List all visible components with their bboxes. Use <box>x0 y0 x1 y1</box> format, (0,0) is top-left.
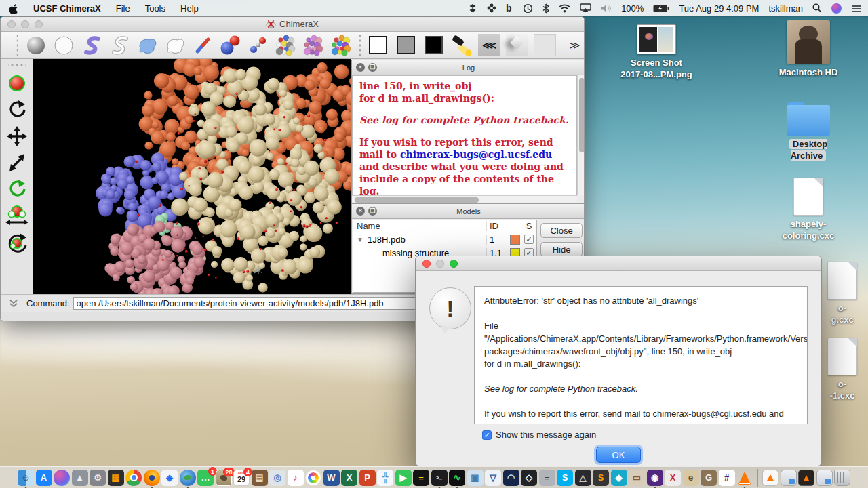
dock-item-trash[interactable] <box>834 470 850 486</box>
dock-item-launchpad[interactable]: ▲ <box>72 470 88 486</box>
dock-item-preview[interactable]: ◎ <box>269 470 285 486</box>
mouse-mode-spin-button[interactable] <box>5 178 28 201</box>
dock-item-navy-app[interactable]: ◠ <box>503 470 519 486</box>
bg-gray-button[interactable] <box>395 33 417 57</box>
dock-item-slack[interactable]: # <box>719 470 735 486</box>
ribbon-outline-button[interactable] <box>108 33 130 57</box>
ribbon-purple-button[interactable] <box>80 33 102 57</box>
dock-item-vlc[interactable] <box>736 470 753 486</box>
bug-report-mail-link[interactable]: chimerax-bugs@cgl.ucsf.edu <box>400 149 552 160</box>
dock-item-word[interactable]: W <box>323 470 340 486</box>
dock-item-minimized-doc-vlc[interactable] <box>762 470 778 486</box>
mouse-mode-translate-button[interactable] <box>5 125 28 148</box>
lighting-flat-button[interactable] <box>534 33 556 57</box>
mouse-mode-translate-selected-button[interactable] <box>5 204 28 227</box>
time-machine-icon[interactable] <box>523 3 533 14</box>
dock-item-google-earth[interactable] <box>180 470 196 486</box>
dock-item-terminal[interactable]: >_ <box>431 470 448 486</box>
overflow-button[interactable]: ≫ <box>561 33 584 57</box>
dock-item-pyramid-app[interactable]: △ <box>575 470 591 486</box>
zoom-window-button[interactable] <box>35 20 43 28</box>
menu-file[interactable]: File <box>116 3 130 14</box>
models-close-button[interactable]: Close <box>540 223 583 238</box>
cluster-element-button[interactable] <box>275 33 297 57</box>
apple-menu-icon[interactable] <box>9 3 20 14</box>
dock-item-virtualbox[interactable]: ▽ <box>485 470 501 486</box>
dock-item-siri[interactable] <box>54 470 70 486</box>
dock-item-tableau[interactable]: ╬ <box>377 470 393 486</box>
minimize-window-button[interactable] <box>21 20 29 28</box>
desktop-icon-screenshot-file[interactable]: Screen Shot2017-08...PM.png <box>616 24 697 81</box>
ball-stick-small-button[interactable] <box>247 33 269 57</box>
menu-clock[interactable]: Tue Aug 29 4:09 PM <box>679 3 759 14</box>
dock-item-finder[interactable]: ☺ <box>18 470 34 486</box>
ok-button[interactable]: OK <box>596 447 641 463</box>
models-titlebar[interactable]: × ❐ Models <box>352 204 585 219</box>
dock-item-photos-app[interactable]: 28 <box>216 470 232 486</box>
dock-item-sublime-text[interactable]: S <box>593 470 609 486</box>
dialog-close-button[interactable] <box>422 260 431 268</box>
log-vertical-scrollbar[interactable] <box>577 75 585 195</box>
menu-help[interactable]: Help <box>180 3 199 14</box>
cluster-rainbow-button[interactable] <box>330 33 353 57</box>
dock-item-messages[interactable]: …1 <box>197 470 214 486</box>
graphics-viewport[interactable] <box>33 59 351 294</box>
dock-item-chimerax-app[interactable]: X <box>665 470 681 486</box>
log-close-icon[interactable]: × <box>356 63 365 72</box>
dock-item-unity[interactable]: ◇ <box>521 470 537 486</box>
model-color-swatch[interactable] <box>510 235 520 245</box>
dialog-titlebar[interactable] <box>416 256 821 271</box>
dock-item-gimp[interactable]: G <box>701 470 717 486</box>
surface-outline-button[interactable] <box>163 33 186 57</box>
bing-icon[interactable]: b <box>506 3 513 13</box>
model-row[interactable]: ▼1J8H.pdb1✓ <box>353 232 536 246</box>
airplay-icon[interactable] <box>580 3 591 13</box>
dock-item-chrome[interactable] <box>125 470 142 486</box>
log-content[interactable]: line 150, in write_obj for d in m.all_dr… <box>352 75 577 195</box>
lighting-spotlight-button[interactable] <box>450 33 473 57</box>
notification-center-icon[interactable] <box>851 4 861 13</box>
dock-item-github[interactable]: ◉ <box>647 470 663 486</box>
sphere-gray-button[interactable] <box>25 33 47 57</box>
dock-item-teal-app[interactable]: ◆ <box>611 470 627 486</box>
bluetooth-icon[interactable] <box>542 3 549 14</box>
surface-blue-button[interactable] <box>136 33 158 57</box>
volume-icon[interactable] <box>601 4 612 13</box>
dock-item-excel[interactable]: X <box>341 470 357 486</box>
dock-item-facetime[interactable]: ▶ <box>395 470 412 486</box>
dock-item-safari[interactable]: ◈ <box>161 470 178 486</box>
ball-stick-button[interactable] <box>219 33 241 57</box>
dock-item-marni-app[interactable]: ≡ <box>413 470 429 486</box>
close-window-button[interactable] <box>7 20 16 28</box>
dock-item-minimized-movie[interactable] <box>798 470 814 486</box>
dock-item-calendar[interactable]: AUG294 <box>233 470 250 486</box>
dock-item-minimized-window-2[interactable] <box>816 470 833 486</box>
dock-item-photos[interactable] <box>305 470 321 486</box>
lighting-soft-button[interactable]: ⋘ <box>478 33 500 57</box>
models-float-icon[interactable]: ❐ <box>368 207 377 216</box>
dock-item-database-app[interactable]: ≡ <box>539 470 555 486</box>
menu-user[interactable]: tskillman <box>768 3 803 14</box>
dock-item-powerpoint[interactable]: P <box>359 470 376 486</box>
stick-button[interactable] <box>191 33 214 57</box>
log-horizontal-scrollbar[interactable] <box>352 195 577 203</box>
cluster-pink-button[interactable] <box>302 33 325 57</box>
wifi-icon[interactable] <box>559 4 570 13</box>
dock-item-itunes[interactable]: ♪ <box>288 470 304 486</box>
dock-item-3d-viewer[interactable]: ▣ <box>467 470 484 486</box>
dock-item-skype[interactable]: S <box>557 470 573 486</box>
log-float-icon[interactable]: ❐ <box>368 63 377 72</box>
dock-item-emule[interactable]: e <box>683 470 699 486</box>
dialog-zoom-button[interactable] <box>450 260 458 268</box>
dock-item-minimized-window-1[interactable] <box>781 470 797 486</box>
mouse-mode-rotate-button[interactable] <box>5 98 28 121</box>
models-hide-button[interactable]: Hide <box>540 242 583 257</box>
dropbox-icon[interactable] <box>468 3 477 13</box>
desktop-icon-shapely-coloring-file[interactable]: shapely-coloring.cxc <box>777 178 840 242</box>
dock-item-app-store[interactable]: A <box>36 470 52 486</box>
command-input[interactable] <box>73 297 453 310</box>
model-shown-checkbox[interactable]: ✓ <box>524 235 534 244</box>
siri-icon[interactable] <box>831 3 842 14</box>
menu-tools[interactable]: Tools <box>145 3 165 14</box>
bg-black-button[interactable] <box>422 33 445 57</box>
